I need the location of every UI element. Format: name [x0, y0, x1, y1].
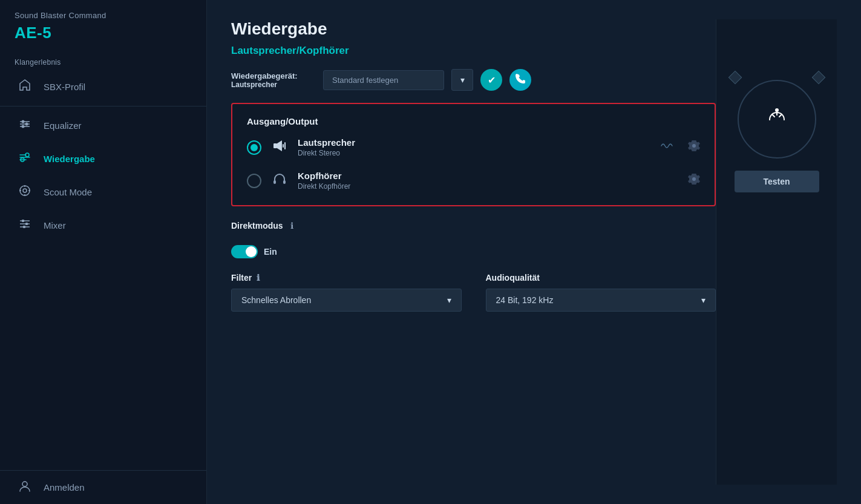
- device-dropdown-arrow[interactable]: ▾: [451, 69, 473, 91]
- filter-value: Schnelles Abrollen: [241, 295, 311, 305]
- direktmodus-toggle-label: Ein: [264, 247, 277, 257]
- knob-ring[interactable]: [738, 80, 816, 159]
- headphone-icon: [271, 172, 288, 189]
- toggle-wrap: Ein: [231, 245, 716, 258]
- direktmodus-row: Direktmodus ℹ: [231, 221, 716, 231]
- anmelden-label: Anmelden: [44, 482, 85, 493]
- audio-quality-title: Audioqualität: [486, 273, 716, 283]
- svg-point-20: [22, 482, 27, 486]
- filter-section: Filter ℹ Schnelles Abrollen ▾: [231, 273, 462, 312]
- direktmodus-info-icon[interactable]: ℹ: [290, 221, 293, 231]
- sbx-profil-label: SBX-Profil: [44, 82, 85, 92]
- filter-info-icon[interactable]: ℹ: [257, 273, 260, 283]
- svg-point-8: [20, 186, 30, 195]
- output-text-lautsprecher: Lautsprecher Direkt Stereo: [298, 137, 650, 157]
- output-option-kopfhoerer[interactable]: Kopfhörer Direkt Kopfhörer: [247, 171, 700, 191]
- svg-rect-26: [283, 180, 286, 184]
- sidebar-item-mixer[interactable]: Mixer: [0, 209, 206, 242]
- svg-point-5: [22, 125, 25, 128]
- audio-quality-label: Audioqualität: [486, 273, 540, 283]
- scout-mode-icon: [17, 184, 33, 200]
- page-title: Wiedergabe: [231, 19, 716, 39]
- kopfhoerer-name: Kopfhörer: [298, 171, 678, 181]
- svg-marker-22: [277, 140, 282, 151]
- output-box: Ausgang/Output Lautsprecher: [231, 103, 716, 206]
- svg-point-9: [23, 189, 27, 192]
- direktmodus-section: Direktmodus ℹ Ein: [231, 221, 716, 258]
- divider-1: [0, 106, 206, 106]
- svg-rect-18: [25, 223, 28, 225]
- svg-rect-19: [23, 226, 25, 228]
- gear-icon-kopfhoerer[interactable]: [688, 173, 700, 188]
- svg-rect-17: [22, 220, 24, 222]
- knob-center-icon: [766, 106, 788, 133]
- app-title: Sound Blaster Command: [0, 0, 206, 22]
- kopfhoerer-sub: Direkt Kopfhörer: [298, 182, 678, 191]
- radio-lautsprecher[interactable]: [247, 140, 261, 155]
- sidebar-item-wiedergabe[interactable]: Wiedergabe: [0, 142, 206, 175]
- filter-title: Filter ℹ: [231, 273, 462, 283]
- main-inner: Wiedergabe Lautsprecher/Kopfhörer Wieder…: [231, 19, 716, 485]
- filter-dropdown[interactable]: Schnelles Abrollen ▾: [231, 289, 462, 312]
- svg-point-4: [25, 123, 28, 126]
- output-option-lautsprecher[interactable]: Lautsprecher Direkt Stereo: [247, 137, 700, 157]
- test-button[interactable]: Testen: [735, 171, 819, 192]
- lautsprecher-sub: Direkt Stereo: [298, 149, 650, 157]
- audio-quality-value: 24 Bit, 192 kHz: [496, 295, 554, 305]
- knob-diamond-tl: [728, 71, 742, 85]
- svg-rect-25: [273, 180, 276, 184]
- svg-rect-21: [273, 143, 277, 148]
- phone-button[interactable]: [509, 69, 531, 91]
- svg-rect-24: [284, 142, 286, 149]
- sidebar-item-sbx-profil[interactable]: SBX-Profil: [0, 70, 206, 103]
- output-box-title: Ausgang/Output: [247, 116, 700, 126]
- equalizer-label: Equalizer: [44, 120, 82, 131]
- audio-quality-dropdown[interactable]: 24 Bit, 192 kHz ▾: [486, 289, 716, 312]
- sidebar: Sound Blaster Command AE-5 Klangerlebnis…: [0, 0, 207, 504]
- wave-icon: [660, 140, 673, 154]
- filter-audio-row: Filter ℹ Schnelles Abrollen ▾ Audioquali…: [231, 273, 716, 312]
- sidebar-item-scout-mode[interactable]: Scout Mode: [0, 175, 206, 209]
- output-text-kopfhoerer: Kopfhörer Direkt Kopfhörer: [298, 171, 678, 191]
- audio-quality-chevron-icon: ▾: [701, 295, 705, 305]
- sidebar-section-label: Klangerlebnis: [0, 51, 206, 70]
- wiedergabe-icon: [17, 151, 33, 167]
- anmelden-icon: [17, 479, 33, 496]
- main-content: Wiedergabe Lautsprecher/Kopfhörer Wieder…: [207, 0, 861, 504]
- wiedergabe-label: Wiedergabe: [44, 154, 95, 164]
- mixer-icon: [17, 217, 33, 234]
- device-row: Wiedergabegerät: Lautsprecher Standard f…: [231, 69, 716, 91]
- lautsprecher-name: Lautsprecher: [298, 137, 650, 148]
- filter-label: Filter: [231, 273, 252, 283]
- direktmodus-toggle[interactable]: [231, 245, 258, 258]
- device-dropdown-placeholder: Standard festlegen: [332, 76, 398, 85]
- knob-diamond-tr: [811, 71, 825, 85]
- equalizer-icon: [17, 117, 33, 134]
- svg-rect-23: [283, 144, 284, 148]
- sidebar-item-anmelden[interactable]: Anmelden: [0, 471, 206, 504]
- device-dropdown[interactable]: Standard festlegen: [323, 70, 444, 90]
- device-title: AE-5: [0, 22, 206, 51]
- direktmodus-label: Direktmodus: [231, 221, 283, 231]
- section-subtitle: Lautsprecher/Kopfhörer: [231, 45, 716, 57]
- device-label-line2: Lautsprecher: [231, 80, 316, 89]
- sbx-profil-icon: [17, 79, 33, 95]
- confirm-button[interactable]: ✔: [480, 69, 502, 91]
- knob-container: [738, 80, 816, 159]
- speaker-icon: [271, 139, 288, 157]
- device-label-line1: Wiedergabegerät:: [231, 71, 316, 80]
- sidebar-bottom: Anmelden: [0, 470, 206, 504]
- sidebar-item-equalizer[interactable]: Equalizer: [0, 109, 206, 142]
- phone-icon: [515, 73, 526, 87]
- audio-quality-section: Audioqualität 24 Bit, 192 kHz ▾: [486, 273, 716, 312]
- mixer-label: Mixer: [44, 220, 66, 231]
- device-label: Wiedergabegerät: Lautsprecher: [231, 71, 316, 89]
- radio-kopfhoerer[interactable]: [247, 174, 261, 188]
- chevron-down-icon: ▾: [460, 75, 465, 85]
- filter-chevron-icon: ▾: [447, 295, 451, 305]
- gear-icon-lautsprecher[interactable]: [688, 140, 700, 155]
- scout-mode-label: Scout Mode: [44, 187, 92, 197]
- right-panel: Testen: [716, 19, 837, 485]
- checkmark-icon: ✔: [488, 74, 496, 86]
- svg-point-3: [22, 120, 25, 123]
